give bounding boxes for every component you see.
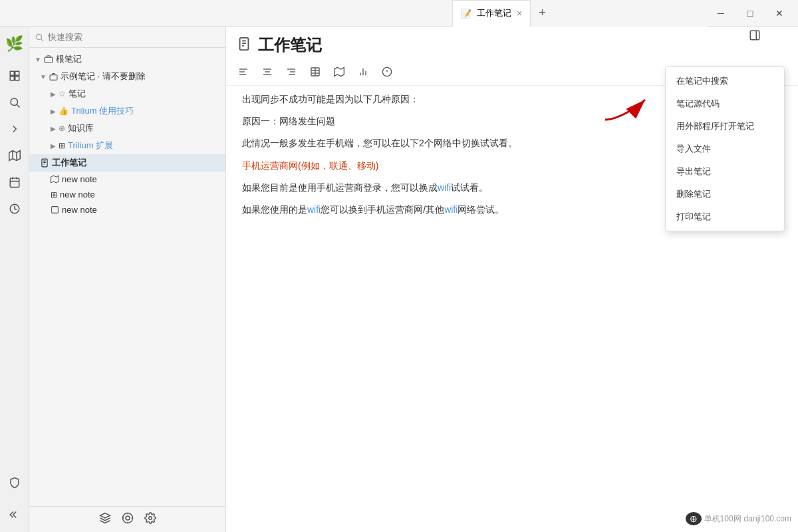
tree-item-knowledge[interactable]: ▶ ⊕ 知识库 [29, 120, 225, 137]
sidebar-icon-calendar[interactable] [3, 170, 27, 194]
watermark: ⊕ 单机100网 danji100.com [686, 512, 791, 525]
tree-item-notes[interactable]: ▶ ☆ 笔记 [29, 85, 225, 102]
svg-rect-3 [15, 76, 19, 80]
menu-item-search-note[interactable]: 在笔记中搜索 [666, 70, 784, 92]
context-menu: 在笔记中搜索 笔记源代码 用外部程序打开笔记 导入文件 导出笔记 删除笔记 打印… [665, 66, 785, 231]
work-note-icon [40, 158, 49, 168]
search-input[interactable] [48, 32, 220, 42]
new-note-1-label: new note [62, 174, 97, 184]
tree-root-label: 根笔记 [56, 53, 82, 65]
svg-rect-23 [52, 207, 59, 213]
title-bar: 📝 工作笔记 × + ─ □ ✕ [0, 0, 798, 27]
settings-icon[interactable] [144, 512, 156, 527]
tab-icon: 📝 [461, 9, 471, 19]
toolbar-btn-table[interactable] [306, 65, 325, 81]
notes-arrow-icon: ▶ [51, 90, 56, 98]
svg-marker-6 [9, 151, 20, 161]
new-note-2-icon: ⊞ [51, 190, 57, 200]
root-arrow-icon: ▼ [35, 56, 41, 63]
search-bar [29, 27, 225, 48]
svg-point-4 [11, 98, 18, 106]
ext-icon: ⊞ [59, 141, 65, 150]
sidebar-icon-shield[interactable] [3, 471, 27, 495]
tree-item-new-note-3[interactable]: new note [29, 202, 225, 217]
knowledge-icon: ⊕ [59, 124, 65, 133]
main-layout: 🌿 [0, 27, 798, 532]
svg-rect-17 [50, 74, 57, 80]
sidebar-icon-home[interactable] [3, 64, 27, 88]
maximize-button[interactable]: □ [737, 3, 763, 23]
svg-rect-1 [15, 71, 19, 75]
knowledge-arrow-icon: ▶ [51, 125, 56, 132]
note-area: 工作笔记 [226, 27, 798, 532]
tree-content: ▼ 根笔记 ▼ 示例笔记 · 请不要删除 ▶ ☆ 笔记 ▶ 👍 Trilium … [29, 48, 225, 506]
note-title-icon [237, 37, 251, 55]
svg-marker-24 [100, 513, 110, 519]
tree-item-trilium-ext[interactable]: ▶ ⊞ Trilium 扩展 [29, 137, 225, 154]
watermark-url: danji100.com [744, 514, 791, 523]
sidebar-icon-bar: 🌿 [0, 27, 29, 532]
sidebar-icon-send[interactable] [3, 117, 27, 141]
tree-item-work-note[interactable]: 工作笔记 [29, 154, 225, 172]
note-title: 工作笔记 [258, 35, 322, 56]
new-note-3-icon [51, 205, 59, 214]
menu-item-import[interactable]: 导入文件 [666, 138, 784, 160]
new-note-3-label: new note [62, 205, 97, 215]
sidebar-icon-map[interactable] [3, 144, 27, 168]
layers-icon[interactable] [99, 512, 111, 527]
knowledge-label: 知识库 [68, 122, 94, 134]
active-tab[interactable]: 📝 工作笔记 × [452, 0, 531, 27]
close-button[interactable]: ✕ [766, 3, 793, 23]
example-label: 示例笔记 · 请不要删除 [61, 70, 146, 82]
minimize-button[interactable]: ─ [708, 3, 734, 23]
root-folder-icon [44, 55, 53, 64]
tab-bar: 📝 工作笔记 × + [452, 0, 708, 27]
toolbar-btn-align-left[interactable] [234, 65, 253, 81]
tree-bottom-toolbar [29, 506, 225, 532]
target-icon[interactable] [122, 512, 134, 527]
window-controls: ─ □ ✕ [708, 3, 798, 23]
tree-panel: ▼ 根笔记 ▼ 示例笔记 · 请不要删除 ▶ ☆ 笔记 ▶ 👍 Trilium … [29, 27, 226, 532]
tree-item-trilium-tips[interactable]: ▶ 👍 Trilium 使用技巧 [29, 102, 225, 120]
tree-item-new-note-2[interactable]: ⊞ new note [29, 187, 225, 202]
tab-close-button[interactable]: × [517, 8, 522, 19]
panel-toggle-button[interactable] [749, 29, 761, 44]
menu-item-open-external[interactable]: 用外部程序打开笔记 [666, 115, 784, 138]
toolbar-btn-info[interactable] [378, 65, 396, 81]
menu-item-export[interactable]: 导出笔记 [666, 160, 784, 183]
sidebar-icon-collapse[interactable] [3, 503, 27, 527]
ext-arrow-icon: ▶ [51, 142, 56, 150]
svg-point-31 [148, 517, 152, 520]
svg-point-25 [122, 513, 132, 523]
sidebar-icon-history[interactable] [3, 197, 27, 221]
example-folder-icon [49, 72, 58, 81]
toolbar-btn-align-right[interactable] [282, 65, 301, 81]
tab-title: 工作笔记 [477, 7, 511, 19]
svg-marker-22 [51, 176, 59, 183]
menu-item-source-code[interactable]: 笔记源代码 [666, 92, 784, 115]
tips-label: Trilium 使用技巧 [71, 105, 134, 117]
toolbar-btn-chart[interactable] [354, 65, 372, 81]
tree-item-new-note-1[interactable]: new note [29, 172, 225, 187]
app-logo: 🌿 [3, 32, 27, 56]
tips-arrow-icon: ▶ [51, 108, 56, 115]
example-arrow-icon: ▼ [40, 73, 47, 80]
svg-rect-58 [750, 31, 759, 40]
svg-line-5 [17, 104, 19, 107]
tree-root[interactable]: ▼ 根笔记 [29, 51, 225, 68]
work-note-label: 工作笔记 [52, 157, 86, 169]
toolbar-btn-align-center[interactable] [258, 65, 277, 81]
notes-label: 笔记 [68, 88, 86, 100]
sidebar-icon-search[interactable] [3, 90, 27, 114]
menu-item-delete[interactable]: 删除笔记 [666, 183, 784, 205]
menu-item-print[interactable]: 打印笔记 [666, 205, 784, 228]
tree-item-example[interactable]: ▼ 示例笔记 · 请不要删除 [29, 68, 225, 85]
ext-label: Trilium 扩展 [68, 140, 113, 152]
toolbar-btn-map[interactable] [330, 65, 348, 81]
svg-point-26 [126, 516, 130, 520]
svg-point-14 [36, 34, 41, 39]
new-tab-button[interactable]: + [531, 6, 554, 20]
svg-rect-0 [10, 71, 14, 75]
svg-rect-9 [10, 178, 19, 188]
watermark-text: 单机100网 [704, 513, 741, 525]
